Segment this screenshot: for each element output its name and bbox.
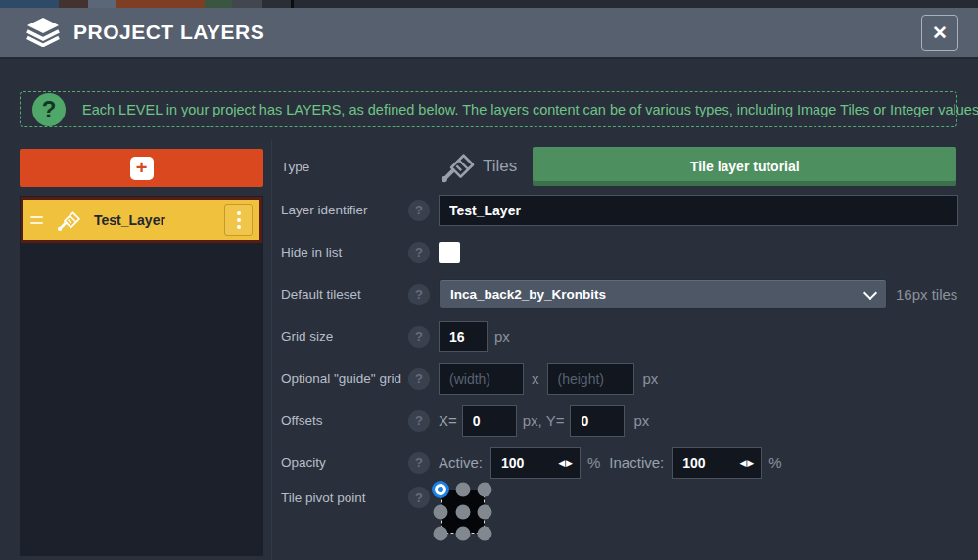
opacity-row: Opacity ? Active: ◀▶ % Inactive: ◀▶ % (281, 442, 971, 484)
opacity-active-label: Active: (439, 454, 483, 471)
help-notice-text: Each LEVEL in your project has LAYERS, a… (82, 102, 978, 117)
offset-x-prefix: X= (439, 412, 457, 429)
offsets-unit: px (633, 412, 649, 429)
pivot-top-left-button[interactable] (435, 484, 446, 495)
app-strip-segment (116, 0, 205, 8)
default-tileset-row: Default tileset ? Inca_back2_by_Kronbits… (281, 273, 971, 315)
app-strip-segment (294, 0, 978, 8)
hide-in-list-row: Hide in list ? (281, 231, 971, 273)
offset-y-input[interactable] (570, 405, 625, 437)
plus-icon: + (130, 157, 154, 180)
type-row: Type Tiles Tile layer tutorial (281, 144, 971, 189)
guide-grid-separator: x (532, 370, 539, 387)
app-strip-segment (232, 0, 262, 8)
close-icon: ✕ (932, 23, 948, 43)
opacity-active-stepper: ◀▶ (490, 447, 581, 479)
tile-pivot-widget (441, 490, 485, 534)
layer-identifier-row: Layer identifier ? (281, 189, 971, 231)
default-tileset-help-icon[interactable]: ? (408, 284, 430, 305)
opacity-inactive-unit: % (768, 454, 781, 471)
pivot-center-button[interactable] (455, 504, 470, 519)
close-button[interactable]: ✕ (921, 15, 958, 51)
layer-menu-button[interactable] (224, 204, 253, 236)
help-question-icon: ? (32, 93, 66, 126)
guide-grid-row: Optional "guide" grid ? x px (281, 357, 971, 399)
offset-y-prefix: px, Y= (523, 412, 565, 429)
opacity-active-unit: % (587, 454, 600, 471)
grid-size-row: Grid size ? px (281, 315, 971, 357)
opacity-inactive-stepper: ◀▶ (672, 447, 762, 479)
type-label: Type (281, 160, 408, 174)
app-strip-segment (205, 0, 232, 8)
pivot-middle-left-button[interactable] (434, 504, 448, 519)
grid-size-input[interactable] (439, 321, 488, 352)
tile-layer-tutorial-button[interactable]: Tile layer tutorial (533, 147, 956, 186)
layer-list-item-test-layer[interactable]: Test_Layer (21, 197, 262, 243)
layer-type-value: Tiles (483, 157, 517, 176)
app-strip-segment (88, 0, 116, 8)
chevron-down-icon (863, 285, 877, 299)
panel-divider (271, 140, 272, 560)
pivot-top-right-button[interactable] (478, 483, 492, 497)
default-tileset-label: Default tileset (281, 287, 408, 302)
pivot-bottom-center-button[interactable] (455, 527, 470, 541)
dialog-title: PROJECT LAYERS (73, 21, 264, 44)
offsets-label: Offsets (281, 413, 408, 428)
opacity-inactive-input[interactable] (672, 447, 762, 479)
guide-grid-unit: px (643, 370, 659, 387)
grid-size-label: Grid size (281, 329, 408, 344)
guide-grid-width-input[interactable] (439, 363, 524, 395)
layer-list-panel: Test_Layer (20, 196, 263, 556)
guide-grid-help-icon[interactable]: ? (408, 368, 430, 390)
opacity-label: Opacity (281, 455, 408, 470)
guide-grid-label: Optional "guide" grid (281, 371, 408, 386)
offset-x-input[interactable] (462, 405, 517, 437)
default-tileset-value: Inca_back2_by_Kronbits (450, 287, 606, 302)
app-strip-segment (0, 0, 59, 8)
opacity-active-input[interactable] (490, 447, 581, 479)
app-strip-segment (262, 0, 291, 8)
dialog-header: PROJECT LAYERS ✕ (0, 8, 978, 59)
help-notice: ? Each LEVEL in your project has LAYERS,… (20, 91, 957, 127)
hide-in-list-label: Hide in list (281, 245, 408, 259)
tile-pivot-label: Tile pivot point (281, 490, 408, 505)
pivot-bottom-left-button[interactable] (434, 527, 448, 541)
app-strip-segment (59, 0, 88, 8)
grid-size-help-icon[interactable]: ? (408, 326, 430, 348)
pivot-middle-right-button[interactable] (478, 504, 492, 519)
tile-pivot-row: Tile pivot point ? (281, 484, 971, 552)
layer-name: Test_Layer (94, 212, 165, 228)
kebab-icon (237, 211, 241, 229)
layers-icon (25, 18, 61, 47)
offsets-help-icon[interactable]: ? (408, 410, 430, 432)
paintbrush-icon (56, 208, 81, 233)
hide-in-list-checkbox[interactable] (439, 242, 460, 263)
tile-pivot-help-icon[interactable]: ? (408, 487, 430, 508)
pivot-top-center-button[interactable] (455, 483, 470, 497)
default-tileset-select[interactable]: Inca_back2_by_Kronbits (439, 279, 887, 309)
tileset-size-suffix: 16px tiles (896, 286, 957, 303)
background-app-strip (0, 0, 978, 8)
layer-settings-form: Type Tiles Tile layer tutorial Layer ide… (281, 144, 971, 552)
offsets-row: Offsets ? X= px, Y= px (281, 399, 971, 442)
guide-grid-height-input[interactable] (547, 363, 634, 395)
tiles-type-icon (439, 148, 476, 185)
opacity-inactive-label: Inactive: (609, 454, 664, 471)
layer-identifier-help-icon[interactable]: ? (408, 200, 430, 221)
add-layer-button[interactable]: + (20, 149, 263, 187)
layer-identifier-label: Layer identifier (281, 203, 408, 217)
layer-identifier-input[interactable] (439, 195, 958, 226)
hide-in-list-help-icon[interactable]: ? (408, 242, 430, 263)
drag-handle-icon[interactable] (30, 216, 43, 224)
opacity-help-icon[interactable]: ? (408, 452, 430, 474)
pivot-bottom-right-button[interactable] (478, 527, 492, 541)
grid-size-unit: px (494, 328, 510, 345)
